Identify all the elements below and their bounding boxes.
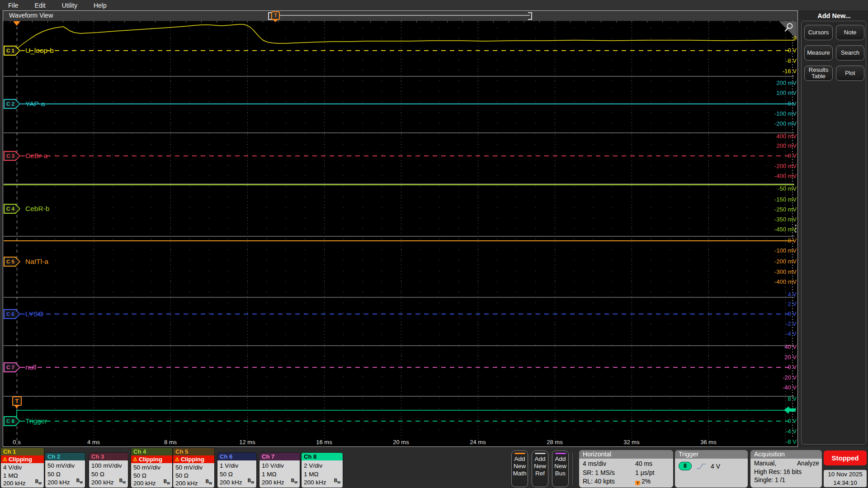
bandwidth-limit-icon: BW [206, 478, 212, 487]
datetime-box: 10 Nov 2025 14:34:10 [824, 470, 867, 487]
waveform-view-tab[interactable]: Waveform View [9, 12, 53, 19]
channel-settings-ch5[interactable]: Ch 5⚠Clipping50 mV/div50 Ω200 kHzBW [173, 448, 214, 488]
channel-zero-line-c6 [20, 314, 794, 314]
acquisition-count: Single: 1 /1 [754, 476, 819, 485]
channel-name-c7[interactable]: null [25, 362, 36, 372]
sample-rate: SR: 1 MS/s [583, 469, 635, 478]
magnifier-icon[interactable] [784, 23, 794, 33]
overview-right-bracket[interactable] [528, 12, 532, 20]
channel-name-c6[interactable]: LYSO [25, 309, 43, 319]
date-label: 10 Nov 2025 [824, 470, 867, 479]
menu-utility[interactable]: Utility [62, 2, 77, 9]
channel-name-c8[interactable]: Trigger [25, 416, 47, 426]
channel-settings-ch1[interactable]: Ch 1⚠Clipping4 V/div1 MΩ200 kHzBW [1, 448, 44, 488]
button-line: Ref [535, 470, 545, 477]
channel-name-c3[interactable]: CeBr-a [25, 151, 47, 161]
scale-label-c6: -2 V [741, 320, 797, 327]
trigger-level-value: 4 V [711, 463, 720, 470]
time-axis-label: 36 ms [690, 439, 726, 446]
add-new-bus-button[interactable]: AddNewBus [552, 450, 569, 487]
scale-label-c2: -100 mV [741, 110, 797, 117]
channel-settings-ch4[interactable]: Ch 4⚠Clipping50 mV/div50 Ω200 kHzBW [131, 448, 172, 488]
time-axis-label: 28 ms [537, 439, 573, 446]
scale-label-c7: 20 V [741, 354, 797, 361]
slice-divider [4, 132, 794, 133]
scale-label-c5: -100 mV [741, 247, 797, 254]
add-new-math-button[interactable]: AddNewMath [511, 450, 528, 487]
major-gridline [247, 21, 248, 445]
channel-settings-ch2[interactable]: Ch 250 mV/div50 Ω200 kHzBW [45, 453, 85, 488]
scale-label-c4: -50 mV [741, 185, 797, 192]
channel-settings-body: 50 mV/div50 Ω200 kHzBW [131, 463, 172, 488]
acquisition-panel[interactable]: Acquisition Manual, Analyze High Res: 16… [750, 450, 822, 488]
panel-splitter-handle[interactable] [795, 225, 797, 226]
scale-label-c8: -4 V [741, 428, 797, 435]
slice-divider [4, 76, 794, 77]
scale-label-c2: 200 mV [741, 80, 797, 86]
channel-name-c2[interactable]: YAP-a [25, 99, 45, 109]
major-gridline [170, 21, 171, 445]
sidebar-button-note[interactable]: Note [836, 25, 864, 40]
top-minor-ticks [4, 21, 794, 23]
channel-settings-ch7[interactable]: Ch 710 V/div1 MΩ200 kHzBW [259, 453, 300, 488]
channel-zero-line-c1 [20, 50, 794, 51]
channel-name-c5[interactable]: NaITl-a [25, 257, 48, 267]
trigger-position-marker-icon[interactable] [13, 21, 20, 26]
run-state-badge[interactable]: Stopped [824, 450, 867, 465]
sidebar-button-results-table[interactable]: Results Table [804, 66, 833, 81]
channel-settings-ch3[interactable]: Ch 3100 mV/div50 Ω200 kHzBW [89, 453, 128, 488]
button-accent-bar [514, 453, 525, 454]
channel-settings-header: Ch 7 [259, 453, 300, 460]
scale-label-c7: -20 V [741, 374, 797, 381]
horizontal-panel-title: Horizontal [579, 450, 673, 459]
setting-row: 10 V/div [262, 462, 298, 469]
sidebar-button-search[interactable]: Search [836, 45, 864, 61]
major-gridline [478, 21, 478, 445]
trigger-flag-pointer-icon [14, 405, 19, 408]
menu-file[interactable]: File [8, 2, 19, 9]
menu-edit[interactable]: Edit [35, 2, 46, 9]
setting-row: 200 kHzBW [175, 479, 212, 487]
scale-label-c6: 2 V [741, 300, 797, 307]
setting-row: 50 mV/div [47, 462, 83, 469]
add-new-buttons: AddNewMathAddNewRefAddNewBus [511, 450, 569, 487]
trigger-source-flag-icon[interactable]: T [12, 396, 22, 406]
setting-row: 200 kHzBW [220, 479, 255, 486]
horizontal-scale: 4 ms/div [583, 460, 635, 469]
horizontal-overview-bar[interactable] [271, 15, 530, 16]
channel-settings-ch6[interactable]: Ch 61 V/div50 Ω200 kHzBW [217, 453, 256, 488]
scale-label-c1: -16 V [741, 68, 797, 75]
scale-label-c1: 0 V [741, 47, 797, 54]
overview-trigger-flag-icon[interactable]: T [271, 11, 280, 20]
time-axis-label: 8 ms [152, 439, 189, 446]
channel-settings-ch8[interactable]: Ch 82 V/div1 MΩ200 kHzBW [302, 453, 343, 488]
channel-settings-header: Ch 4 [131, 448, 172, 455]
acquisition-analyze: Analyze [797, 460, 819, 468]
setting-row: 1 V/div [220, 462, 255, 469]
slice-divider [4, 345, 794, 346]
channel-badge-label: C 5 [5, 258, 19, 266]
time-axis-label: 24 ms [460, 439, 496, 446]
scale-label-c5: 0 V [741, 237, 797, 244]
scale-label-c4: -150 mV [741, 196, 797, 203]
channel-name-c1[interactable]: U_loop-b [25, 46, 54, 56]
slice-divider [4, 396, 794, 397]
time-axis-label: 20 ms [383, 439, 419, 446]
menu-help[interactable]: Help [94, 2, 107, 9]
scale-label-c8: -8 V [741, 438, 797, 445]
add-new-ref-button[interactable]: AddNewRef [532, 450, 548, 487]
channel-badge-label: C 7 [5, 363, 19, 371]
channel-settings-header: Ch 3 [89, 453, 128, 460]
trigger-panel[interactable]: Trigger 8 4 V [675, 450, 748, 488]
scale-label-c4: -450 mV [741, 226, 797, 233]
scale-label-c3: 0 V [741, 152, 797, 159]
sidebar-button-measure[interactable]: Measure [804, 45, 833, 61]
horizontal-panel[interactable]: Horizontal 4 ms/div 40 ms SR: 1 MS/s 1 µ… [579, 450, 673, 488]
slice-divider [4, 236, 794, 237]
channel-settings-body: 4 V/div1 MΩ200 kHzBW [1, 463, 44, 488]
channel-name-c4[interactable]: CebR-b [25, 204, 49, 214]
setting-row: 50 mV/div [133, 464, 170, 471]
warning-icon: ⚠ [133, 456, 137, 462]
sidebar-button-cursors[interactable]: Cursors [804, 25, 833, 40]
sidebar-button-plot[interactable]: Plot [836, 66, 864, 81]
